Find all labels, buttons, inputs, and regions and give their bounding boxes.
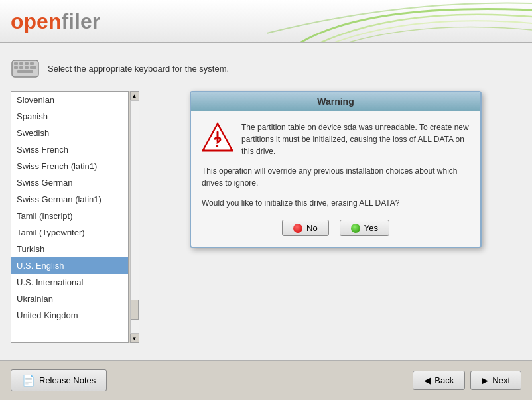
- no-button[interactable]: No: [282, 220, 329, 236]
- warning-dialog: Warning ? The partition table on device …: [190, 91, 482, 248]
- release-notes-label: Release Notes: [39, 375, 96, 385]
- svg-rect-1: [14, 62, 18, 65]
- svg-rect-3: [25, 62, 29, 65]
- list-item[interactable]: Turkish: [11, 241, 128, 257]
- next-icon: ▶: [482, 375, 488, 385]
- content-area: Slovenian Spanish Swedish Swiss French S…: [11, 91, 521, 350]
- logo-filer: filer: [61, 9, 100, 33]
- dialog-body: ? The partition table on device sda was …: [191, 111, 480, 247]
- main-content: Select the appropriate keyboard for the …: [0, 43, 532, 360]
- list-item[interactable]: Slovenian: [11, 92, 128, 108]
- list-item[interactable]: Swiss German (latin1): [11, 191, 128, 208]
- back-label: Back: [434, 375, 454, 385]
- next-label: Next: [492, 375, 510, 385]
- svg-rect-9: [17, 70, 33, 73]
- list-item-selected[interactable]: U.S. English: [11, 257, 128, 274]
- instruction-text: Select the appropriate keyboard for the …: [48, 64, 229, 74]
- list-item[interactable]: Ukrainian: [11, 291, 128, 307]
- release-notes-icon: 📄: [22, 374, 35, 387]
- scrollbar-track[interactable]: [130, 100, 139, 334]
- svg-rect-2: [19, 62, 23, 65]
- list-scrollbar[interactable]: ▲ ▼: [129, 91, 139, 343]
- list-item[interactable]: Swiss French: [11, 141, 128, 158]
- list-item[interactable]: Tamil (Inscript): [11, 208, 128, 224]
- logo-open: open: [11, 9, 61, 33]
- dialog-question: Would you like to initialize this drive,…: [202, 197, 470, 209]
- svg-rect-5: [14, 66, 18, 69]
- app-logo: openfiler: [11, 9, 100, 34]
- warning-triangle-icon: ?: [202, 121, 233, 153]
- svg-rect-4: [30, 62, 34, 65]
- dialog-overlay: Warning ? The partition table on device …: [139, 91, 521, 350]
- footer: 📄 Release Notes ◀ Back ▶ Next: [0, 360, 532, 400]
- release-notes-button[interactable]: 📄 Release Notes: [11, 369, 107, 391]
- list-item[interactable]: Swedish: [11, 125, 128, 141]
- list-item[interactable]: Spanish: [11, 108, 128, 125]
- footer-right: ◀ Back ▶ Next: [413, 371, 521, 390]
- dialog-message1: The partition table on device sda was un…: [241, 121, 470, 157]
- list-item[interactable]: U.S. International: [11, 274, 128, 291]
- scrollbar-thumb[interactable]: [131, 300, 139, 320]
- list-item[interactable]: United Kingdom: [11, 307, 128, 324]
- instruction-row: Select the appropriate keyboard for the …: [11, 54, 521, 83]
- list-item[interactable]: Swiss French (latin1): [11, 158, 128, 174]
- back-button[interactable]: ◀ Back: [413, 371, 465, 390]
- back-icon: ◀: [424, 375, 431, 385]
- no-button-dot: [293, 224, 302, 233]
- dialog-buttons: No Yes: [202, 220, 470, 236]
- keyboard-icon: [11, 54, 40, 83]
- list-item[interactable]: Swiss German: [11, 174, 128, 191]
- dialog-message2: This operation will override any previou…: [202, 165, 470, 189]
- yes-button[interactable]: Yes: [340, 220, 389, 236]
- svg-rect-8: [30, 66, 36, 69]
- no-button-label: No: [306, 223, 318, 233]
- dialog-title: Warning: [191, 92, 480, 111]
- header-decoration: [267, 0, 532, 43]
- svg-rect-7: [25, 66, 29, 69]
- svg-rect-6: [19, 66, 23, 69]
- keyboard-list[interactable]: Slovenian Spanish Swedish Swiss French S…: [11, 91, 129, 343]
- yes-button-label: Yes: [364, 223, 378, 233]
- scrollbar-down[interactable]: ▼: [130, 334, 139, 343]
- header: openfiler: [0, 0, 532, 43]
- yes-button-dot: [351, 224, 360, 233]
- dialog-top-row: ? The partition table on device sda was …: [202, 121, 470, 157]
- list-item[interactable]: Tamil (Typewriter): [11, 224, 128, 241]
- scrollbar-up[interactable]: ▲: [130, 91, 139, 100]
- next-button[interactable]: ▶ Next: [470, 371, 521, 390]
